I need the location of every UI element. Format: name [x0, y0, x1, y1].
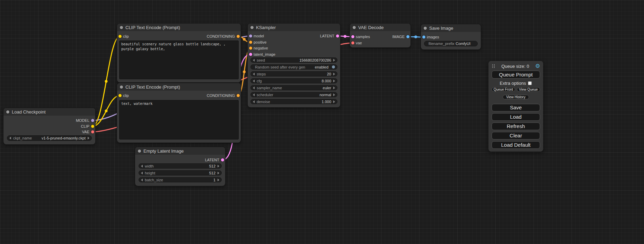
decrement-arrow-icon[interactable]	[141, 179, 143, 181]
widget-value: normal	[319, 93, 331, 97]
increment-arrow-icon[interactable]	[333, 80, 335, 82]
decrement-arrow-icon[interactable]	[253, 87, 255, 89]
output-slot-clip[interactable]	[91, 125, 94, 128]
input-label: vae	[356, 41, 362, 45]
clear-button[interactable]: Clear	[492, 132, 540, 139]
node-load-checkpoint[interactable]: Load Checkpoint MODEL CLIP VAE ckpt_name…	[3, 108, 95, 144]
input-slot-samples[interactable]	[351, 35, 354, 38]
node-title-bar[interactable]: Empty Latent Image	[135, 147, 225, 155]
output-slot-latent[interactable]	[336, 35, 339, 38]
prompt-textarea[interactable]: text, watermark	[119, 100, 239, 139]
node-title-bar[interactable]: VAE Decode	[350, 24, 411, 31]
node-ksampler[interactable]: KSampler model LATENT positive negative …	[248, 24, 340, 107]
output-slot-conditioning[interactable]	[237, 94, 240, 97]
output-slot-conditioning[interactable]	[237, 35, 240, 38]
node-title-bar[interactable]: KSampler	[248, 24, 340, 31]
sampler-name-widget[interactable]: sampler_name euler	[250, 85, 337, 90]
widget-value: 1	[213, 178, 215, 182]
input-label: images	[427, 35, 439, 39]
decrement-arrow-icon[interactable]	[141, 165, 143, 168]
collapse-dot-icon[interactable]	[424, 27, 427, 30]
refresh-button[interactable]: Refresh	[492, 123, 540, 130]
node-title-bar[interactable]: Save Image	[421, 24, 481, 32]
link-midpoint-dot	[105, 80, 108, 83]
filename-prefix-widget[interactable]: filename_prefix ComfyUI	[424, 41, 478, 46]
collapse-dot-icon[interactable]	[6, 110, 9, 114]
input-slot-clip[interactable]	[118, 94, 122, 97]
settings-gear-icon[interactable]: ⚙	[535, 63, 540, 69]
increment-arrow-icon[interactable]	[218, 172, 219, 174]
height-widget[interactable]: height 512	[139, 170, 222, 175]
increment-arrow-icon[interactable]	[218, 179, 219, 181]
prompt-textarea[interactable]: beautiful scenery nature glass bottle la…	[119, 40, 239, 79]
increment-arrow-icon[interactable]	[333, 87, 335, 89]
load-default-button[interactable]: Load Default	[492, 141, 540, 149]
steps-widget[interactable]: steps 20	[250, 71, 337, 76]
input-slot-latent-image[interactable]	[249, 53, 252, 56]
node-clip-text-encode-negative[interactable]: CLIP Text Encode (Prompt) clip CONDITION…	[117, 83, 241, 143]
queue-front-button[interactable]: Queue Front	[492, 87, 515, 92]
view-history-button[interactable]: View History	[503, 95, 529, 99]
comfy-menu-panel: Queue size: 0 ⚙ Queue Prompt Extra optio…	[488, 61, 543, 152]
denoise-widget[interactable]: denoise 1.000	[250, 99, 337, 104]
width-widget[interactable]: width 512	[139, 163, 222, 169]
input-slot-images[interactable]	[422, 36, 425, 39]
node-title-bar[interactable]: CLIP Text Encode (Prompt)	[117, 24, 241, 31]
decrement-arrow-icon[interactable]	[253, 80, 255, 82]
node-empty-latent-image[interactable]: Empty Latent Image LATENT width 512 heig…	[135, 147, 225, 186]
toggle-knob-icon[interactable]	[332, 65, 335, 69]
node-title: VAE Decode	[358, 25, 383, 30]
widget-label: steps	[257, 72, 266, 76]
output-slot-vae[interactable]	[91, 130, 94, 134]
seed-widget[interactable]: seed 156680208700286	[250, 57, 337, 63]
output-slot-image[interactable]	[406, 35, 409, 38]
collapse-dot-icon[interactable]	[120, 26, 123, 29]
save-button[interactable]: Save	[492, 104, 540, 111]
queue-buttons-row: Queue Front View Queue	[492, 87, 540, 92]
node-title-bar[interactable]: Load Checkpoint	[3, 108, 95, 116]
drag-handle-icon[interactable]	[492, 64, 495, 69]
input-slot-positive[interactable]	[249, 41, 252, 44]
node-clip-text-encode-positive[interactable]: CLIP Text Encode (Prompt) clip CONDITION…	[117, 24, 241, 82]
output-label: MODEL	[76, 118, 89, 123]
increment-arrow-icon[interactable]	[88, 137, 89, 139]
queue-prompt-button[interactable]: Queue Prompt	[492, 71, 540, 79]
decrement-arrow-icon[interactable]	[253, 59, 255, 62]
decrement-arrow-icon[interactable]	[253, 73, 255, 75]
output-label: VAE	[82, 130, 89, 134]
decrement-arrow-icon[interactable]	[141, 172, 143, 174]
extra-options-checkbox[interactable]	[528, 81, 532, 85]
input-slot-model[interactable]	[249, 35, 252, 38]
collapse-dot-icon[interactable]	[120, 85, 123, 89]
ckpt-name-widget[interactable]: ckpt_name v1-5-pruned-emaonly.ckpt	[7, 135, 92, 141]
input-slot-negative[interactable]	[249, 47, 252, 50]
decrement-arrow-icon[interactable]	[253, 93, 255, 96]
output-slot-model[interactable]	[91, 119, 94, 122]
batch-size-widget[interactable]: batch_size 1	[139, 177, 222, 182]
increment-arrow-icon[interactable]	[218, 165, 219, 168]
cfg-widget[interactable]: cfg 8.000	[250, 78, 337, 83]
decrement-arrow-icon[interactable]	[9, 137, 11, 139]
widget-label: scheduler	[257, 93, 273, 97]
node-title-bar[interactable]: CLIP Text Encode (Prompt)	[117, 83, 241, 91]
collapse-dot-icon[interactable]	[353, 26, 356, 29]
view-queue-button[interactable]: View Queue	[517, 87, 540, 92]
widget-value: 1.000	[321, 100, 331, 104]
output-slot-latent[interactable]	[221, 159, 224, 162]
queue-size-label: Queue size: 0	[495, 64, 535, 69]
increment-arrow-icon[interactable]	[333, 59, 335, 62]
input-slot-clip[interactable]	[118, 35, 122, 38]
input-label: clip	[123, 34, 129, 38]
scheduler-widget[interactable]: scheduler normal	[250, 92, 337, 97]
input-slot-vae[interactable]	[351, 42, 354, 45]
node-save-image[interactable]: Save Image images filename_prefix ComfyU…	[421, 24, 481, 49]
collapse-dot-icon[interactable]	[138, 150, 141, 153]
load-button[interactable]: Load	[492, 113, 540, 121]
decrement-arrow-icon[interactable]	[253, 100, 255, 103]
collapse-dot-icon[interactable]	[250, 26, 254, 29]
random-seed-toggle-widget[interactable]: Random seed after every gen enabled	[250, 64, 337, 70]
increment-arrow-icon[interactable]	[333, 100, 335, 103]
increment-arrow-icon[interactable]	[333, 93, 335, 96]
increment-arrow-icon[interactable]	[333, 73, 335, 75]
node-vae-decode[interactable]: VAE Decode samples IMAGE vae	[350, 24, 411, 47]
